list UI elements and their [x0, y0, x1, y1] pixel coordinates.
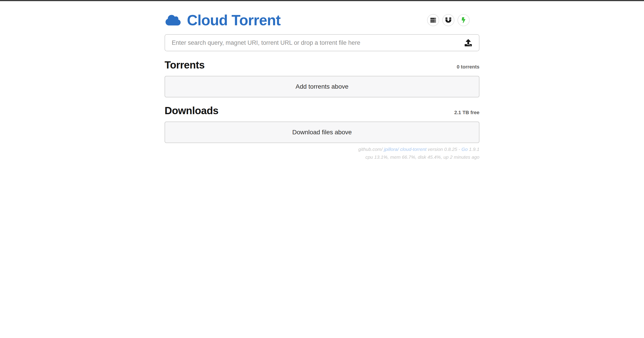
server-config-button[interactable]	[427, 14, 439, 26]
brand: Cloud Torrent	[164, 13, 280, 28]
cloud-icon	[164, 14, 182, 26]
footer-go-link[interactable]: Go	[461, 147, 468, 152]
page-title: Cloud Torrent	[187, 13, 280, 28]
footer-version-line: github.com/ jpillora/ cloud-torrent vers…	[164, 145, 480, 153]
footer-stats-line: cpu 13.1%, mem 66.7%, disk 45.4%, up 2 m…	[164, 153, 480, 161]
header-buttons	[427, 14, 470, 26]
main-container: Cloud Torrent	[164, 1, 480, 161]
search-row	[164, 34, 480, 51]
downloads-empty-panel: Download files above	[164, 122, 480, 143]
magnet-icon	[446, 17, 451, 23]
torrents-empty-panel: Add torrents above	[164, 76, 480, 97]
downloads-empty-message: Download files above	[292, 129, 352, 136]
flash-button[interactable]	[458, 14, 470, 26]
footer-user-link[interactable]: jpillora/	[384, 147, 400, 152]
torrents-section-head: Torrents 0 torrents	[164, 60, 480, 70]
bolt-icon	[461, 17, 466, 23]
search-input[interactable]	[164, 34, 480, 51]
footer-version-text: version 0.8.25 -	[426, 147, 461, 152]
header: Cloud Torrent	[164, 12, 480, 29]
downloads-free-space: 2.1 TB free	[454, 110, 480, 116]
downloads-section-head: Downloads 2.1 TB free	[164, 105, 480, 116]
server-icon	[430, 17, 436, 23]
footer-repo-prefix: github.com/	[358, 147, 384, 152]
magnet-button[interactable]	[442, 14, 454, 26]
torrents-heading: Torrents	[164, 60, 204, 70]
footer-repo-link[interactable]: cloud-torrent	[400, 147, 426, 152]
torrents-count: 0 torrents	[457, 64, 480, 70]
footer: github.com/ jpillora/ cloud-torrent vers…	[164, 145, 480, 161]
footer-go-version: 1.9.1	[468, 147, 480, 152]
torrents-empty-message: Add torrents above	[296, 83, 348, 90]
downloads-heading: Downloads	[164, 105, 218, 116]
